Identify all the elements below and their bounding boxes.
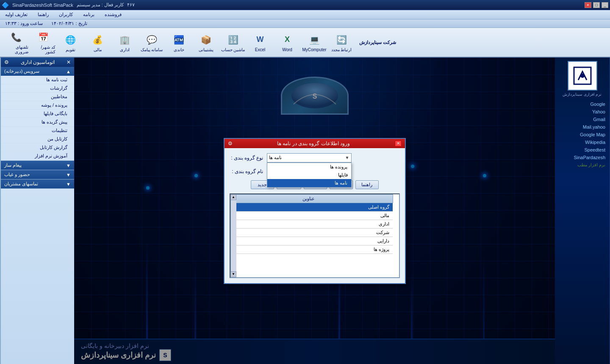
bookmark-wikipedia[interactable]: Wikipedia <box>557 139 607 146</box>
table-row[interactable]: اداری <box>230 220 393 228</box>
bookmark-mailyahoo[interactable]: Mail.yahoo <box>557 124 607 130</box>
reconnect-label: ارتباط مجدد <box>331 47 352 52</box>
date-display: تاریخ : ۱۴۰۲/۰۴/۳۱ <box>51 21 87 26</box>
svg-point-1 <box>580 74 585 78</box>
cashier-label: خاندی <box>174 47 184 52</box>
section-expand-icon-4: ▼ <box>66 182 71 187</box>
accounting-icon: 🔢 <box>226 33 240 47</box>
mycomputer-label: MyComputer <box>302 47 326 52</box>
postal-icon: 🌐 <box>64 33 77 47</box>
toolbar-reconnect[interactable]: 🔄 ارتباط مجدد <box>329 30 354 55</box>
section-customers-header[interactable]: ▼ تماسهای مشتریان <box>1 179 74 188</box>
toolbar-cashier[interactable]: 🏧 خاندی <box>166 30 191 55</box>
sidebar-close-button[interactable]: ✕ <box>67 59 71 65</box>
table-row[interactable]: پروژه ها <box>230 245 393 254</box>
dropdown-option-names[interactable]: نامه ها <box>267 179 351 187</box>
company-name: شرکت سیناپردازش <box>356 40 399 45</box>
section-attendance-header[interactable]: ▼ حضور و غیاب <box>1 170 74 179</box>
system-info: کاربر فعال : مدیر سیستم <box>77 2 124 8</box>
postal-label: تقویم <box>66 47 75 52</box>
section-expand-icon-3: ▼ <box>66 172 71 177</box>
section-service-title: سرویس (دبیرخانه) <box>4 69 39 74</box>
right-sidebar: ✕ اتوماسیون اداری ⚙ ▲ سرویس (دبیرخانه) ث… <box>0 58 74 364</box>
date-bar: تاریخ : ۱۴۰۲/۰۴/۳۱ ساعت ورود : ۱۴:۳۳ <box>0 19 610 28</box>
scroll-up-button[interactable]: ▲ <box>230 194 236 200</box>
menu-software-tutorial[interactable]: آموزش نرم افزار <box>1 152 74 160</box>
bookmark-googlemap[interactable]: Google Map <box>557 131 607 138</box>
menu-favorites[interactable]: پیش گزیده ها <box>1 118 74 127</box>
maximize-button[interactable]: □ <box>593 2 600 8</box>
table-header: عناوین <box>230 194 393 203</box>
bookmark-sinapardazesh[interactable]: SinaPardazesh <box>557 154 607 161</box>
minimize-button[interactable]: _ <box>602 2 608 8</box>
dialog-table: عناوین گروه اصلی مالی <box>230 194 393 254</box>
row-projects: پروژه ها <box>230 245 393 254</box>
dialog-icon: ⚙ <box>228 141 233 146</box>
calendar-icon: 📅 <box>36 30 50 44</box>
bookmark-gmail[interactable]: Gmail <box>557 116 607 123</box>
toolbar-sms[interactable]: 💬 سامانه پیامک <box>139 30 164 55</box>
bookmark-google[interactable]: Google <box>557 101 607 108</box>
menu-contacts[interactable]: مخاطبین <box>1 93 74 101</box>
table-row[interactable]: گروه اصلی <box>230 203 393 211</box>
toolbar-word[interactable]: W Excel <box>247 30 273 55</box>
section-collapse-icon: ▲ <box>66 69 71 74</box>
menu-folder[interactable]: پرونده / پوشه <box>1 101 74 110</box>
table-row[interactable]: مالی <box>230 211 393 220</box>
bookmark-bottom: نرم افزار مطب <box>557 162 607 168</box>
group-type-value: نامه ها <box>269 155 282 160</box>
phone-icon: 📞 <box>9 30 23 44</box>
menu-archive[interactable]: بایگانی فایلها <box>1 110 74 118</box>
close-button[interactable]: ✕ <box>585 2 591 8</box>
dialog-close-button[interactable]: ✕ <box>395 141 402 146</box>
toolbar-excel[interactable]: X Word <box>274 30 300 55</box>
table-scrollbar[interactable]: ▲ ▼ <box>230 194 236 277</box>
menu-program[interactable]: برنامه <box>81 11 96 18</box>
guide-button[interactable]: راهنما <box>355 180 379 189</box>
table-row[interactable]: شرکت <box>230 228 393 237</box>
menu-definitions[interactable]: تعاریف اولیه <box>3 11 29 18</box>
cashier-icon: 🏧 <box>172 33 186 47</box>
sidebar-logo: نرم افزاری سیناپردازش <box>557 61 607 97</box>
sidebar-section-customers: ▼ تماسهای مشتریان <box>1 179 74 189</box>
dropdown-option-files[interactable]: فایلها <box>267 171 351 179</box>
toolbar-accounting[interactable]: 🔢 ماشین حساب <box>220 30 246 55</box>
menu-my-desk[interactable]: کارتابل من <box>1 135 74 143</box>
menu-reports[interactable]: گزارشات <box>1 84 74 93</box>
section-messages-title: پیغام ساز <box>4 163 22 168</box>
menu-desk-report[interactable]: گزارش کارتابل <box>1 143 74 152</box>
sidebar-section-messages: ▼ پیغام ساز <box>1 161 74 170</box>
group-type-dropdown[interactable]: ▼ نامه ها <box>267 153 352 163</box>
calendar-label: کد شهر/کشور <box>31 45 55 54</box>
menu-bar: فروشنده برنامه کاربران راهنما تعاریف اول… <box>0 10 610 19</box>
section-service-header[interactable]: ▲ سرویس (دبیرخانه) <box>1 67 74 76</box>
row-group-main: گروه اصلی <box>230 203 393 211</box>
bookmark-speedtest[interactable]: Speedtest <box>557 146 607 153</box>
toolbar-calendar[interactable]: 📅 کد شهر/کشور <box>30 30 56 55</box>
toolbar-financial[interactable]: 💰 مالی <box>85 30 110 55</box>
menu-vendor[interactable]: فروشنده <box>103 11 123 18</box>
scroll-down-button[interactable]: ▼ <box>230 271 236 277</box>
toolbar-postal[interactable]: 🌐 تقویم <box>58 30 83 55</box>
financial-icon: 💰 <box>91 33 104 47</box>
menu-settings[interactable]: تنظیمات <box>1 127 74 135</box>
sidebar-section-attendance: ▼ حضور و غیاب <box>1 170 74 179</box>
toolbar: شرکت سیناپردازش 🔄 ارتباط مجدد 💻 MyComput… <box>0 28 610 58</box>
toolbar-support[interactable]: 📦 پشتیبانی <box>193 30 219 55</box>
modal-overlay: ✕ ورود اطلاعات گروه بندی در نامه ها ⚙ ▼ … <box>74 58 555 364</box>
toolbar-admin[interactable]: 🏢 اداری <box>112 30 137 55</box>
bookmark-yahoo[interactable]: Yahoo <box>557 108 607 115</box>
dialog-body: ▼ نامه ها پرونده ها فایلها نامه ها نوع گ… <box>225 148 405 283</box>
section-messages-header[interactable]: ▼ پیغام ساز <box>1 161 74 170</box>
dropdown-option-pronde[interactable]: پرونده ها <box>267 163 351 171</box>
table-row[interactable]: دارایی <box>230 237 393 245</box>
toolbar-mycomputer[interactable]: 💻 MyComputer <box>302 30 327 55</box>
row-company: شرکت <box>230 228 393 237</box>
menu-register-letter[interactable]: ثبت نامه ها <box>1 76 74 84</box>
right-sidebar-title: اتوماسیون اداری <box>21 59 55 65</box>
app-icon: 🔷 <box>2 2 9 8</box>
toolbar-phone[interactable]: 📞 تلفنهای ضروری <box>3 30 29 55</box>
title-bar-controls: _ □ ✕ <box>585 2 608 8</box>
menu-guide[interactable]: راهنما <box>36 11 50 18</box>
menu-users[interactable]: کاربران <box>57 11 75 18</box>
